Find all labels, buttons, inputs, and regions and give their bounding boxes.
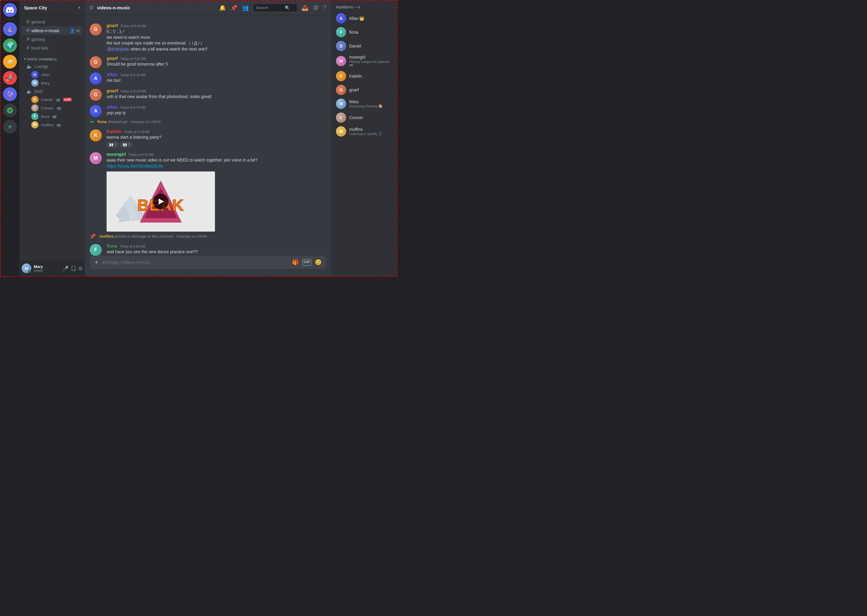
explore-button[interactable]	[3, 104, 17, 117]
avatar-katelin-voice: K	[31, 96, 39, 103]
settings-icon-channel[interactable]: ⚙	[76, 28, 80, 33]
member-info-allan: Allan 👑	[349, 16, 364, 21]
status-dot-online	[28, 270, 31, 273]
messages-area[interactable]: G gnarf Today at 9:18 AM \( ; ▽ ; )／ we …	[85, 15, 331, 256]
members-icon[interactable]: 👥	[242, 5, 249, 11]
play-button[interactable]	[153, 194, 169, 209]
member-item-fiona[interactable]: F fiona	[334, 25, 394, 39]
message-text-fiona-1: wait have you see the new dance practice…	[107, 249, 326, 255]
reaction-eyes-1[interactable]: 👀 3	[107, 141, 119, 148]
member-item-allan[interactable]: A Allan 👑	[334, 11, 394, 25]
channel-list: # general # videos-n-music 👤 ⚙ # gaming …	[19, 15, 85, 261]
headphones-button[interactable]: 🎧	[71, 266, 76, 271]
system-user-fiona[interactable]: fiona	[97, 119, 107, 124]
system-message-fiona-joined: ➡ fiona showed up! Yesterday at 2:38PM	[85, 118, 331, 126]
reaction-count-2: 3	[128, 143, 130, 147]
server-icon-3[interactable]: 🪐	[3, 55, 17, 69]
member-avatar-daniel: D	[336, 41, 346, 51]
gift-icon[interactable]: 🎁	[292, 259, 299, 266]
pin-icon[interactable]: 📌	[230, 5, 237, 11]
message-group-katelin-1: K Katelin Today at 9:18 AM wanna start a…	[85, 128, 331, 149]
reaction-eyes-2[interactable]: 👀 3	[120, 141, 132, 148]
member-name-row-allan: Allan 👑	[349, 16, 364, 21]
message-content-fiona-1: fiona Today at 9:18 AM wait have you see…	[107, 244, 326, 256]
message-timestamp-gnarf-2: Today at 9:18 AM	[120, 57, 146, 60]
member-item-katelin[interactable]: K Katelin	[334, 69, 394, 83]
member-item-moongirl[interactable]: M moongirl Playing League of Legends 🎮	[334, 53, 394, 69]
reaction-bar-katelin: 👀 3 👀 3	[107, 141, 326, 148]
system-message-muffins-pin: 📌 muffins pinned a message to this chann…	[85, 232, 331, 240]
message-author-gnarf-2[interactable]: gnarf	[107, 56, 118, 61]
speaker-icon-dnd: 🔈	[27, 88, 33, 94]
member-item-daniel[interactable]: D Daniel	[334, 39, 394, 53]
server-header[interactable]: Space City ▾	[19, 1, 85, 15]
channel-item-gaming[interactable]: # gaming	[22, 35, 82, 44]
message-group-gnarf-2: G gnarf Today at 9:18 AM Should be good …	[85, 55, 331, 69]
gif-button[interactable]: GIF	[302, 259, 311, 266]
channel-item-food-fails[interactable]: # food-fails	[22, 44, 82, 52]
bell-icon[interactable]: 🔔	[219, 5, 226, 11]
channel-item-general[interactable]: # general	[22, 17, 82, 26]
message-author-gnarf-1[interactable]: gnarf	[107, 23, 118, 28]
member-item-gnarf[interactable]: G gnarf	[334, 83, 394, 97]
voice-user-fiona[interactable]: F fiona 📹	[22, 112, 82, 121]
server-icon-2[interactable]: 🌍	[3, 39, 17, 52]
message-text-moongirl-1b: https://youtu.be/OiDx6aQ928o	[107, 163, 326, 169]
channel-item-videos-n-music[interactable]: # videos-n-music 👤 ⚙	[22, 26, 82, 35]
member-item-mary[interactable]: M Mary Streaming Drawing 🎨	[334, 97, 394, 111]
voice-user-muffins[interactable]: M muffins 📹	[22, 121, 82, 129]
member-name-daniel: Daniel	[349, 44, 361, 49]
member-info-gnarf: gnarf	[349, 88, 359, 92]
member-avatar-fiona: F	[336, 27, 346, 37]
voice-user-conner[interactable]: C Conner 📹	[22, 104, 82, 112]
video-link[interactable]: https://youtu.be/OiDx6aQ928o	[107, 163, 163, 168]
message-author-allan-2[interactable]: Allan	[107, 104, 118, 110]
member-item-conner[interactable]: C Conner	[334, 111, 394, 124]
member-name-fiona: fiona	[349, 30, 358, 35]
channel-name-food: food-fails	[31, 46, 80, 50]
channel-title: videos-n-music	[97, 5, 215, 10]
server-icon-5[interactable]: 🔮	[3, 87, 17, 101]
discord-home-button[interactable]	[3, 3, 17, 17]
member-item-muffins[interactable]: M muffins Listening to Spotify 🎵	[334, 124, 394, 138]
mention-everyone[interactable]: @everyone	[107, 47, 129, 52]
category-arrow: ▾	[24, 57, 26, 61]
join-arrow-icon: ➡	[90, 119, 94, 124]
message-author-fiona-1[interactable]: fiona	[107, 244, 117, 248]
add-attachment-button[interactable]: +	[95, 258, 98, 266]
server-icon-1[interactable]: ⛵	[3, 22, 17, 36]
message-author-allan-1[interactable]: Allan	[107, 72, 118, 77]
user-settings-button[interactable]: ⚙	[78, 266, 82, 271]
search-box[interactable]: 🔍	[254, 4, 297, 11]
avatar-gnarf-1: G	[90, 24, 102, 36]
system-timestamp-fiona: Yesterday at 2:38PM	[130, 120, 161, 124]
voice-category-label: VOICE CHANNELS	[27, 57, 57, 61]
voice-channel-lounge[interactable]: 🔈 Lounge	[22, 62, 82, 71]
add-member-icon[interactable]: 👤	[70, 28, 75, 33]
mic-button[interactable]: 🎤	[63, 266, 69, 271]
voice-user-mary[interactable]: M Mary	[22, 79, 82, 87]
chat-input[interactable]	[102, 260, 288, 265]
inbox-icon[interactable]: 📥	[302, 5, 308, 11]
help-icon[interactable]: ?	[323, 5, 326, 11]
add-server-button[interactable]: +	[3, 120, 17, 134]
search-input[interactable]	[256, 5, 283, 10]
system-message-text: fiona showed up! Yesterday at 2:38PM	[97, 119, 161, 124]
message-text-moongirl-1a: aaaa their new music video is out we NEE…	[107, 157, 326, 163]
voice-user-allan[interactable]: A Allan	[22, 71, 82, 79]
emoji-icon[interactable]: 😊	[315, 259, 322, 266]
voice-channel-dnd[interactable]: 🔈 DnD	[22, 87, 82, 95]
system-user-muffins[interactable]: muffins	[99, 234, 113, 239]
server-icon-4[interactable]: 🚀	[3, 71, 17, 85]
message-author-katelin-1[interactable]: Katelin	[107, 129, 121, 134]
message-timestamp-allan-2: Today at 9:18 AM	[120, 105, 146, 109]
at-icon[interactable]: @	[313, 5, 318, 11]
message-author-gnarf-3[interactable]: gnarf	[107, 88, 118, 93]
voice-user-katelin[interactable]: K Katelin 📹 LIVE	[22, 95, 82, 104]
member-status-mary: Streaming Drawing 🎨	[349, 104, 383, 108]
video-embed[interactable]: BEAK	[107, 171, 215, 232]
voice-category-header[interactable]: ▾ VOICE CHANNELS	[19, 52, 85, 62]
message-author-moongirl-1[interactable]: moongirl	[107, 152, 126, 157]
message-content-gnarf-3: gnarf Today at 9:18 AM ooh is that new a…	[107, 88, 326, 101]
message-text-katelin-1: wanna start a listening party?	[107, 134, 326, 140]
